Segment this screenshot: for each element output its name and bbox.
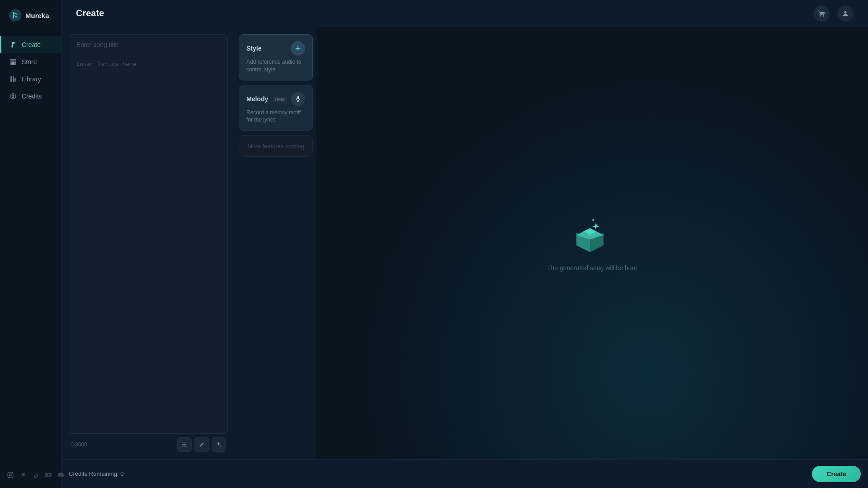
lyrics-tool-format-button[interactable]	[177, 437, 192, 452]
lyrics-footer: 0/3000	[69, 434, 228, 455]
credits-remaining-label: Credits Remaining: 0	[69, 470, 807, 477]
sidebar-item-create[interactable]: Create	[0, 36, 61, 53]
page-title: Create	[76, 8, 104, 19]
style-card-header: Style	[246, 41, 305, 56]
melody-badge: Beta	[273, 97, 287, 103]
svg-rect-4	[13, 76, 14, 82]
more-features-card: More features coming	[239, 135, 313, 157]
svg-point-8	[9, 474, 12, 476]
credits-icon	[9, 92, 17, 100]
store-icon	[9, 58, 17, 66]
svg-rect-16	[297, 96, 299, 99]
logo: Mureka	[0, 9, 58, 36]
sidebar-item-store-label: Store	[22, 58, 37, 66]
x-icon[interactable]: ✕	[19, 471, 27, 479]
content-area: 0/3000	[61, 27, 868, 459]
melody-card-desc: Record a melody motif for the lyrics	[246, 109, 305, 124]
style-card-desc: Add reference audio to control style	[246, 58, 305, 74]
song-title-input[interactable]	[69, 34, 228, 55]
svg-point-12	[844, 11, 846, 13]
sidebar-item-library-label: Library	[22, 75, 41, 83]
main-area: Create 0/3000	[61, 0, 868, 488]
sidebar-item-credits-label: Credits	[22, 93, 42, 100]
lyrics-tool-edit-button[interactable]	[194, 437, 209, 452]
tiktok-icon[interactable]	[32, 471, 40, 479]
left-panel: 0/3000	[61, 27, 235, 459]
lyrics-toolbar	[177, 437, 226, 452]
style-add-button[interactable]	[291, 41, 305, 56]
svg-point-22	[596, 224, 598, 225]
logo-text: Mureka	[25, 12, 49, 19]
sidebar-item-credits[interactable]: Credits	[0, 88, 61, 105]
style-card[interactable]: Style Add reference audio to control sty…	[239, 34, 313, 80]
svg-rect-15	[182, 446, 187, 446]
cart-button[interactable]	[814, 5, 830, 22]
svg-point-21	[592, 219, 594, 221]
youtube-icon[interactable]	[44, 471, 52, 479]
melody-card-title: Melody	[246, 95, 268, 103]
empty-state-illustration	[570, 215, 615, 255]
svg-rect-13	[182, 443, 187, 443]
more-features-text: More features coming	[247, 143, 304, 150]
svg-rect-2	[12, 62, 14, 65]
svg-point-0	[9, 9, 21, 21]
header: Create	[61, 0, 868, 27]
char-count: 0/3000	[71, 441, 87, 448]
svg-rect-14	[182, 444, 186, 445]
sidebar: Mureka Create Store Library	[0, 0, 61, 488]
melody-card[interactable]: Melody Beta Record a melody motif for th…	[239, 85, 313, 131]
lyrics-tool-magic-button[interactable]	[212, 437, 226, 452]
svg-point-9	[12, 473, 12, 474]
empty-state-text: The generated song will be here	[547, 264, 637, 272]
melody-mic-button[interactable]	[291, 92, 305, 106]
melody-title-group: Melody Beta	[246, 95, 287, 103]
social-bar: ✕	[0, 471, 71, 479]
discord-icon[interactable]	[57, 471, 65, 479]
center-controls: Style Add reference audio to control sty…	[235, 27, 316, 459]
create-button[interactable]: Create	[812, 466, 861, 482]
instagram-icon[interactable]	[6, 471, 14, 479]
sidebar-item-store[interactable]: Store	[0, 53, 61, 70]
svg-rect-5	[14, 78, 16, 82]
library-icon	[9, 75, 17, 83]
logo-icon	[9, 9, 22, 22]
sidebar-item-library[interactable]: Library	[0, 70, 61, 88]
style-card-title: Style	[246, 45, 261, 52]
lyrics-textarea[interactable]	[69, 55, 228, 434]
box-svg-icon	[570, 215, 610, 255]
svg-rect-3	[10, 76, 12, 82]
sidebar-item-create-label: Create	[22, 41, 41, 48]
melody-card-header: Melody Beta	[246, 92, 305, 106]
empty-state: The generated song will be here	[316, 27, 868, 459]
header-icons	[814, 5, 854, 22]
svg-rect-7	[8, 472, 13, 478]
music-note-icon	[9, 41, 17, 49]
user-button[interactable]	[837, 5, 854, 22]
bottom-bar: Credits Remaining: 0 Create	[61, 459, 868, 488]
